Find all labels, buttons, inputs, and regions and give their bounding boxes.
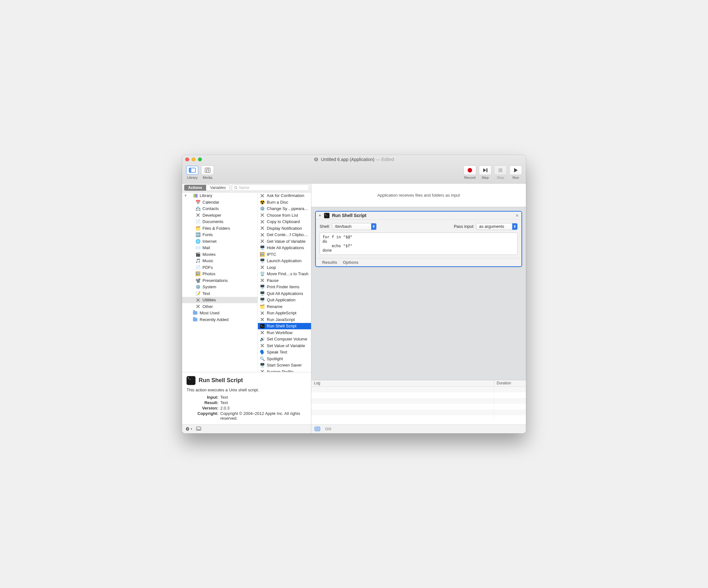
action-row[interactable]: 🖥️Start Screen Saver	[258, 362, 311, 369]
tools-icon	[260, 233, 265, 237]
category-label: Photos	[203, 271, 215, 276]
action-row[interactable]: Loop	[258, 264, 311, 271]
action-label: Hide All Applications	[267, 245, 304, 250]
log-col-log[interactable]: Log	[311, 380, 494, 386]
run-button[interactable]	[509, 165, 522, 175]
shell-select[interactable]: /bin/bash	[332, 223, 377, 230]
category-glyph-icon: 🗂️	[196, 226, 201, 231]
action-row[interactable]: Set Value of Variable	[258, 342, 311, 349]
category-row[interactable]: 📄Documents	[182, 219, 258, 225]
category-row[interactable]: Other	[182, 303, 258, 310]
seg-actions[interactable]: Actions	[184, 185, 206, 191]
workflow-canvas[interactable]: ▼ >_ Run Shell Script ✕ Shell: /bin/bash	[311, 207, 526, 380]
workflow-input-text: Application receives files and folders a…	[377, 193, 460, 197]
category-glyph-icon: ☢️	[260, 200, 265, 205]
action-row[interactable]: Copy to Clipboard	[258, 219, 311, 225]
action-row[interactable]: 🖥️Hide All Applications	[258, 245, 311, 251]
action-row[interactable]: ☢️Burn a Disc	[258, 199, 311, 206]
category-label: Movies	[203, 252, 215, 257]
action-row[interactable]: 🗂️Rename	[258, 303, 311, 310]
category-row[interactable]: 🎵Music	[182, 258, 258, 265]
category-glyph-icon: 📄	[196, 219, 201, 224]
category-row[interactable]: 📽️Presentations	[182, 277, 258, 284]
category-label: Developer	[203, 213, 221, 218]
action-row[interactable]: ⚙️Change Sy…ppearance	[258, 206, 311, 212]
category-row[interactable]: Most Used	[182, 310, 258, 317]
category-row[interactable]: 📇Contacts	[182, 206, 258, 212]
category-list[interactable]: ▼Library📅Calendar📇ContactsDeveloper📄Docu…	[182, 192, 258, 372]
category-row[interactable]: 🔤Fonts	[182, 231, 258, 238]
action-row[interactable]: System Profile	[258, 368, 311, 372]
action-card-run-shell-script[interactable]: ▼ >_ Run Shell Script ✕ Shell: /bin/bash	[315, 211, 522, 267]
category-row[interactable]: Recently Added	[182, 316, 258, 323]
category-row[interactable]: ✉️Mail	[182, 245, 258, 251]
category-row[interactable]: 🖼️Photos	[182, 271, 258, 277]
description-toggle[interactable]	[196, 426, 201, 432]
action-label: Print Finder Items	[267, 284, 300, 289]
action-row[interactable]: Choose from List	[258, 212, 311, 219]
action-row[interactable]: Run AppleScript	[258, 310, 311, 317]
action-row[interactable]: Run JavaScript	[258, 316, 311, 323]
workflow-input-bar[interactable]: Application receives files and folders a…	[311, 184, 526, 207]
minimize-window-button[interactable]	[191, 157, 196, 161]
stop-button[interactable]	[494, 165, 507, 175]
library-button[interactable]	[186, 165, 199, 175]
action-row[interactable]: 🗣️Speak Text	[258, 349, 311, 356]
category-row[interactable]: ⚙️System	[182, 284, 258, 290]
category-row[interactable]: Developer	[182, 212, 258, 219]
action-row[interactable]: 🖥️Print Finder Items	[258, 284, 311, 290]
log-col-duration[interactable]: Duration	[494, 380, 526, 386]
seg-variables[interactable]: Variables	[206, 185, 230, 191]
pass-input-select[interactable]: as arguments	[476, 223, 518, 230]
action-row[interactable]: 🗑️Move Find…s to Trash	[258, 271, 311, 277]
action-row[interactable]: Get Value of Variable	[258, 238, 311, 245]
action-row[interactable]: 🔍Spotlight	[258, 355, 311, 362]
desc-result-k: Result:	[186, 400, 218, 405]
action-row[interactable]: 🖥️Quit Application	[258, 297, 311, 304]
action-row[interactable]: Display Notification	[258, 225, 311, 231]
action-card-header[interactable]: ▼ >_ Run Shell Script ✕	[316, 212, 522, 220]
action-row[interactable]: 🖼️IPTC	[258, 251, 311, 258]
disclosure-triangle-icon[interactable]: ▼	[184, 194, 187, 197]
category-row[interactable]: 📝Text	[182, 290, 258, 297]
category-row[interactable]: 🎬Movies	[182, 251, 258, 258]
action-row[interactable]: 🔊Set Computer Volume	[258, 336, 311, 343]
library-label: Library	[187, 176, 198, 180]
results-tab[interactable]: Results	[322, 260, 337, 265]
search-input[interactable]	[239, 186, 307, 190]
category-row[interactable]: 🌐Internet	[182, 238, 258, 245]
workflow-footer	[311, 425, 526, 433]
category-row[interactable]: 🗂️Files & Folders	[182, 225, 258, 231]
action-label: Quit Application	[267, 298, 295, 302]
record-button[interactable]	[464, 165, 476, 175]
action-label: Display Notification	[267, 226, 302, 231]
action-card-close-button[interactable]: ✕	[515, 213, 519, 218]
step-button[interactable]	[479, 165, 492, 175]
action-row[interactable]: Get Conte…f Clipboard	[258, 231, 311, 238]
action-label: Loop	[267, 265, 276, 270]
search-field[interactable]	[232, 185, 309, 191]
action-row[interactable]: Run Workflow	[258, 329, 311, 336]
action-row[interactable]: 🖥️Launch Application	[258, 258, 311, 265]
action-row[interactable]: 🖥️Quit All Applications	[258, 290, 311, 297]
action-row[interactable]: Pause	[258, 277, 311, 284]
category-row[interactable]: 📄PDFs	[182, 264, 258, 271]
media-button[interactable]	[201, 165, 214, 175]
terminal-icon: >_	[324, 213, 329, 218]
log-rows	[311, 386, 526, 425]
close-window-button[interactable]	[185, 157, 189, 161]
category-row[interactable]: 📅Calendar	[182, 199, 258, 206]
view-flow-button[interactable]	[325, 427, 331, 431]
action-row[interactable]: >_Run Shell Script	[258, 323, 311, 330]
action-row[interactable]: Ask for Confirmation	[258, 192, 311, 199]
action-label: Speak Text	[267, 350, 287, 354]
zoom-window-button[interactable]	[198, 157, 202, 161]
script-textarea[interactable]: for f in "$@" do echo "$f" done	[320, 233, 518, 255]
category-row[interactable]: ▼Library	[182, 192, 258, 199]
options-tab[interactable]: Options	[343, 260, 358, 265]
view-list-button[interactable]	[315, 427, 320, 431]
category-row[interactable]: Utilities	[182, 297, 258, 304]
action-list[interactable]: Ask for Confirmation☢️Burn a Disc⚙️Chang…	[258, 192, 311, 372]
gear-menu[interactable]: ▾	[185, 427, 192, 431]
disclosure-triangle-icon[interactable]: ▼	[318, 214, 322, 217]
